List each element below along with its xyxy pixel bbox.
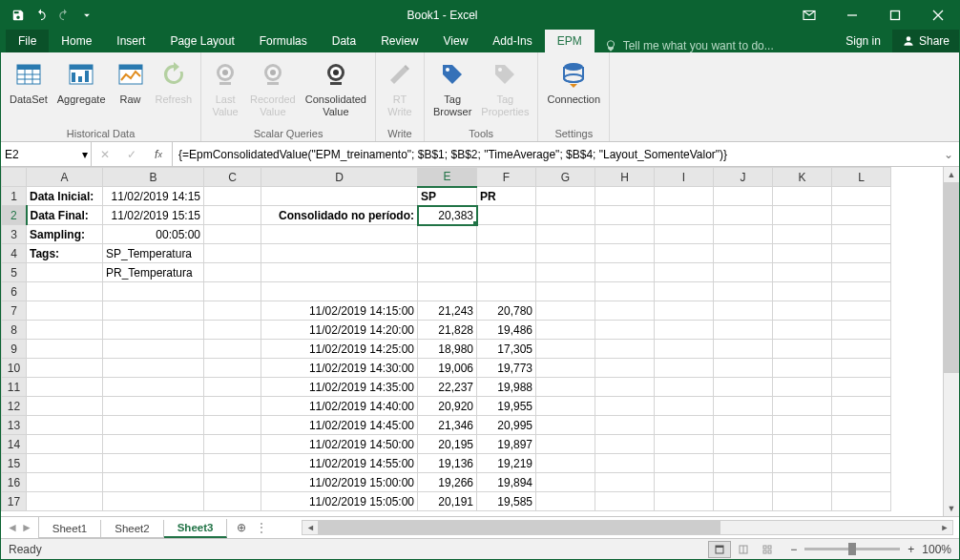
cell-B11[interactable] <box>103 378 204 397</box>
formula-input[interactable]: {=EpmConsolidatedValue("EPM_treinamento"… <box>173 142 938 166</box>
cell-F3[interactable] <box>477 225 536 244</box>
cell-B1[interactable]: 11/02/2019 14:15 <box>103 187 204 206</box>
cell-J7[interactable] <box>714 301 773 321</box>
cell-G12[interactable] <box>536 397 595 416</box>
cell-E10[interactable]: 19,006 <box>418 359 477 378</box>
vertical-scrollbar[interactable]: ▲ ▼ <box>943 167 959 516</box>
cell-J4[interactable] <box>714 244 773 263</box>
cell-C17[interactable] <box>204 492 261 511</box>
cell-J16[interactable] <box>714 473 773 492</box>
cell-A3[interactable]: Sampling: <box>27 225 103 244</box>
cell-F5[interactable] <box>477 263 536 282</box>
cell-G3[interactable] <box>536 225 595 244</box>
cell-B9[interactable] <box>103 340 204 359</box>
cell-E11[interactable]: 22,237 <box>418 378 477 397</box>
cell-L16[interactable] <box>832 473 891 492</box>
cell-D12[interactable]: 11/02/2019 14:40:00 <box>261 397 418 416</box>
ribbon-options-icon[interactable] <box>787 1 830 29</box>
cell-D10[interactable]: 11/02/2019 14:30:00 <box>261 359 418 378</box>
cell-D1[interactable] <box>261 187 418 206</box>
cell-C13[interactable] <box>204 416 261 435</box>
cell-G11[interactable] <box>536 378 595 397</box>
cell-D9[interactable]: 11/02/2019 14:25:00 <box>261 340 418 359</box>
cell-K7[interactable] <box>773 301 832 321</box>
cell-B15[interactable] <box>103 454 204 473</box>
cell-H6[interactable] <box>595 282 655 301</box>
cell-I6[interactable] <box>655 282 714 301</box>
sheet-prev-icon[interactable]: ◄ <box>7 521 18 534</box>
cell-I10[interactable] <box>655 359 714 378</box>
row-header-2[interactable]: 2 <box>2 206 27 225</box>
cell-B13[interactable] <box>103 416 204 435</box>
tab-formulas[interactable]: Formulas <box>247 30 320 52</box>
cell-C1[interactable] <box>204 187 261 206</box>
cell-C6[interactable] <box>204 282 261 301</box>
cell-C5[interactable] <box>204 263 261 282</box>
cell-K1[interactable] <box>773 187 832 206</box>
formula-expand-icon[interactable]: ⌄ <box>938 142 959 166</box>
cell-H9[interactable] <box>595 340 655 359</box>
cell-L8[interactable] <box>832 321 891 340</box>
cell-E2[interactable]: 20,383 <box>418 206 477 225</box>
cell-I14[interactable] <box>655 435 714 454</box>
select-all-corner[interactable] <box>2 168 27 187</box>
cell-B5[interactable]: PR_Temperatura <box>103 263 204 282</box>
cell-I7[interactable] <box>655 301 714 321</box>
cell-K4[interactable] <box>773 244 832 263</box>
cell-F17[interactable]: 19,585 <box>477 492 536 511</box>
new-sheet-button[interactable]: ⊕ <box>227 517 256 538</box>
cell-A16[interactable] <box>27 473 103 492</box>
cell-C7[interactable] <box>204 301 261 321</box>
minimize-button[interactable] <box>830 1 873 29</box>
cell-B4[interactable]: SP_Temperatura <box>103 244 204 263</box>
cell-E12[interactable]: 20,920 <box>418 397 477 416</box>
cell-E4[interactable] <box>418 244 477 263</box>
consolidated-value-button[interactable]: ConsolidatedValue <box>301 55 371 120</box>
column-header-J[interactable]: J <box>714 168 773 187</box>
cell-E3[interactable] <box>418 225 477 244</box>
cell-G9[interactable] <box>536 340 595 359</box>
column-header-G[interactable]: G <box>536 168 595 187</box>
tab-home[interactable]: Home <box>49 30 104 52</box>
cell-L10[interactable] <box>832 359 891 378</box>
cell-E8[interactable]: 21,828 <box>418 321 477 340</box>
cell-G8[interactable] <box>536 321 595 340</box>
column-header-F[interactable]: F <box>477 168 536 187</box>
row-header-1[interactable]: 1 <box>2 187 27 206</box>
cell-F4[interactable] <box>477 244 536 263</box>
cell-I12[interactable] <box>655 397 714 416</box>
dataset-button[interactable]: DataSet <box>5 55 52 108</box>
cell-B6[interactable] <box>103 282 204 301</box>
cell-B16[interactable] <box>103 473 204 492</box>
cell-B12[interactable] <box>103 397 204 416</box>
cell-E16[interactable]: 19,266 <box>418 473 477 492</box>
cell-I17[interactable] <box>655 492 714 511</box>
name-box-input[interactable] <box>5 148 87 161</box>
tab-add-ins[interactable]: Add-Ins <box>480 30 544 52</box>
cell-E5[interactable] <box>418 263 477 282</box>
cell-G6[interactable] <box>536 282 595 301</box>
cell-H13[interactable] <box>595 416 655 435</box>
cell-K8[interactable] <box>773 321 832 340</box>
row-header-17[interactable]: 17 <box>2 492 27 511</box>
cell-L3[interactable] <box>832 225 891 244</box>
zoom-slider[interactable] <box>804 548 900 550</box>
tab-file[interactable]: File <box>6 30 49 52</box>
column-header-A[interactable]: A <box>27 168 103 187</box>
cell-C16[interactable] <box>204 473 261 492</box>
cell-I13[interactable] <box>655 416 714 435</box>
cell-E1[interactable]: SP <box>418 187 477 206</box>
cell-A5[interactable] <box>27 263 103 282</box>
cell-C8[interactable] <box>204 321 261 340</box>
cell-L5[interactable] <box>832 263 891 282</box>
cell-A6[interactable] <box>27 282 103 301</box>
cell-I2[interactable] <box>655 206 714 225</box>
tab-insert[interactable]: Insert <box>104 30 157 52</box>
scroll-up-icon[interactable]: ▲ <box>944 167 959 182</box>
cell-D8[interactable]: 11/02/2019 14:20:00 <box>261 321 418 340</box>
cell-B7[interactable] <box>103 301 204 321</box>
sheet-nav-buttons[interactable]: ◄ ► <box>1 517 39 538</box>
cell-K13[interactable] <box>773 416 832 435</box>
cell-D15[interactable]: 11/02/2019 14:55:00 <box>261 454 418 473</box>
cell-D3[interactable] <box>261 225 418 244</box>
